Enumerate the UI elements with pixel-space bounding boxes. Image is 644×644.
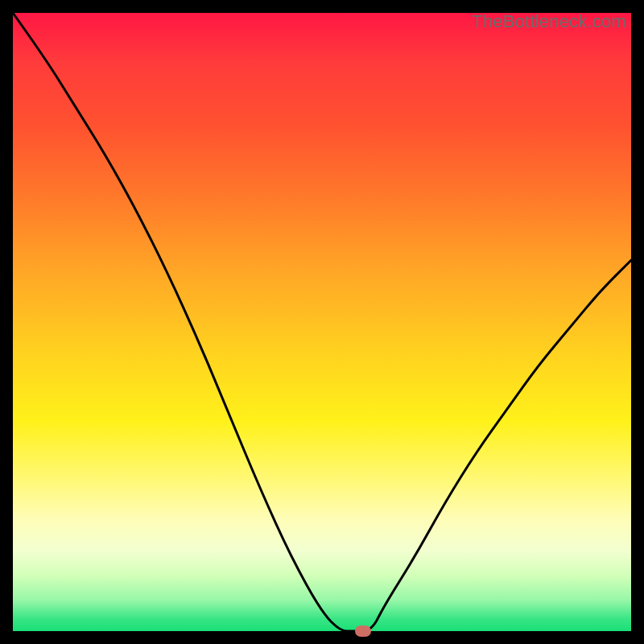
curve-path (13, 13, 631, 631)
watermark-text: TheBottleneck.com (472, 11, 626, 32)
chart-frame: TheBottleneck.com (13, 13, 631, 631)
optimal-point-marker (355, 625, 371, 637)
bottleneck-curve (13, 13, 631, 631)
